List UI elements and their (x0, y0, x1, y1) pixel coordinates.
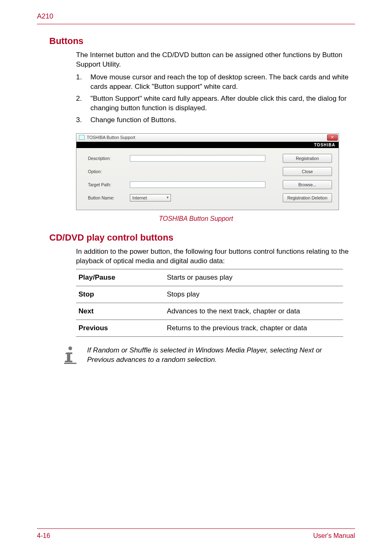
table-row: Next Advances to the next track, chapter… (76, 303, 343, 320)
cddvd-intro: In addition to the power button, the fol… (76, 247, 355, 266)
cell-desc: Stops play (164, 286, 343, 303)
cell-desc: Starts or pauses play (164, 269, 343, 286)
step-3-text: Change function of Buttons. (90, 116, 177, 124)
label-target-path: Target Path: (88, 182, 126, 187)
svg-rect-1 (64, 363, 76, 364)
brand-bar: TOSHIBA (76, 142, 339, 148)
toshiba-button-support-dialog: TOSHIBA Button Support ✕ TOSHIBA Descrip… (76, 133, 339, 210)
step-1: 1.Move mouse cursor and reach the top of… (76, 73, 355, 92)
note: If Random or Shuffle is selected in Wind… (62, 346, 355, 366)
cell-desc: Advances to the next track, chapter or d… (164, 303, 343, 320)
header-rule (37, 24, 355, 24)
browse-button[interactable]: Browse... (283, 180, 332, 189)
label-button-name: Button Name: (88, 195, 126, 200)
label-description: Description: (88, 156, 126, 161)
footer-doc-title: User's Manual (313, 532, 355, 540)
info-icon (62, 346, 79, 366)
step-3: 3.Change function of Buttons. (76, 116, 355, 125)
table-row: Stop Stops play (76, 286, 343, 303)
cell-desc: Returns to the previous track, chapter o… (164, 320, 343, 337)
cell-name: Play/Pause (76, 269, 164, 286)
cell-name: Previous (76, 320, 164, 337)
step-1-text: Move mouse cursor and reach the top of d… (90, 73, 348, 90)
step-2-text: "Button Support" white card fully appear… (90, 95, 346, 112)
note-text: If Random or Shuffle is selected in Wind… (87, 346, 339, 365)
section-buttons-title: Buttons (49, 36, 355, 46)
registration-button[interactable]: Registration (283, 154, 332, 163)
table-row: Play/Pause Starts or pauses play (76, 269, 343, 286)
svg-point-0 (69, 347, 72, 350)
combo-value: Internet (132, 195, 147, 200)
table-row: Previous Returns to the previous track, … (76, 320, 343, 337)
cddvd-table: Play/Pause Starts or pauses play Stop St… (76, 269, 343, 337)
section-cddvd-title: CD/DVD play control buttons (49, 232, 355, 243)
dialog-title: TOSHIBA Button Support (87, 135, 135, 140)
target-path-input[interactable] (130, 181, 265, 188)
figure-caption: TOSHIBA Button Support (37, 215, 355, 222)
description-input[interactable] (130, 155, 265, 162)
label-option: Option: (88, 169, 126, 174)
close-icon[interactable]: ✕ (327, 134, 338, 141)
dialog-figure: TOSHIBA Button Support ✕ TOSHIBA Descrip… (76, 133, 355, 210)
close-button[interactable]: Close (283, 167, 332, 176)
page-footer: 4-16 User's Manual (37, 528, 355, 540)
dialog-titlebar: TOSHIBA Button Support ✕ (76, 134, 339, 142)
app-icon (79, 135, 85, 140)
footer-page-number: 4-16 (37, 532, 50, 540)
buttons-intro: The Internet button and the CD/DVD butto… (76, 51, 355, 70)
cell-name: Next (76, 303, 164, 320)
registration-deletion-button[interactable]: Registration Deletion (283, 193, 332, 202)
page-header-model: A210 (37, 12, 355, 21)
cell-name: Stop (76, 286, 164, 303)
buttons-steps: 1.Move mouse cursor and reach the top of… (76, 73, 355, 125)
button-name-combo[interactable]: Internet ▼ (130, 194, 171, 202)
step-2: 2."Button Support" white card fully appe… (76, 94, 355, 113)
chevron-down-icon: ▼ (166, 196, 169, 199)
